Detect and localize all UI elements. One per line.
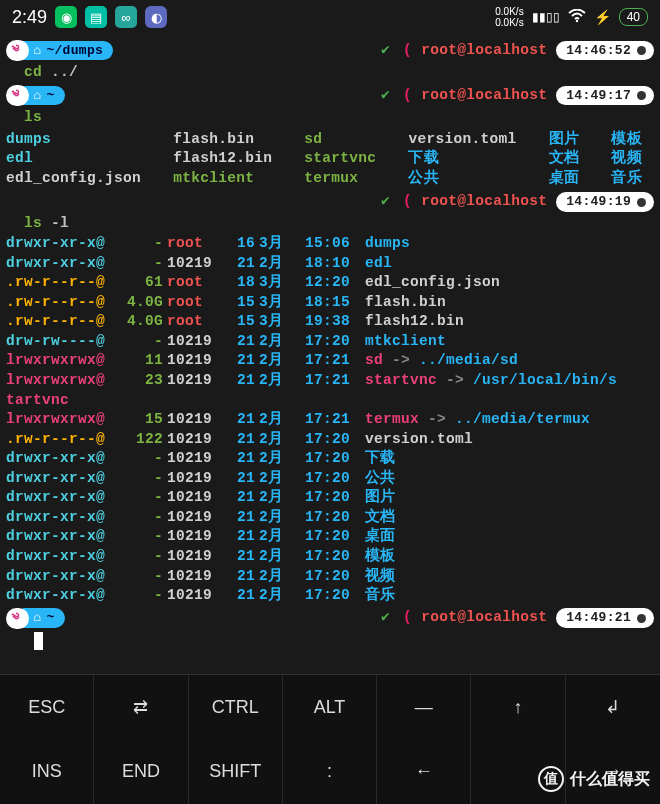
user-host: root@localhost <box>421 193 547 209</box>
ls-output: dumpsflash.binsdversion.toml图片模板 edlflas… <box>6 130 654 189</box>
key-ins[interactable]: INS <box>0 740 94 805</box>
time-pill: 14:46:52 <box>556 41 654 61</box>
list-row: drwxr-xr-x@-10219212月17:20桌面 <box>6 527 654 547</box>
list-row: .rw-r--r--@4.0Groot153月19:38flash12.bin <box>6 312 654 332</box>
clock: 2:49 <box>12 7 47 28</box>
prompt-path: ⌂~ <box>23 608 64 628</box>
user-host: root@localhost <box>421 87 547 103</box>
user-host: root@localhost <box>421 42 547 58</box>
status-bar: 2:49 ◉ ▤ ∞ ◐ 0.0K/s 0.0K/s ▮▮▯▯ ⚡ 40 <box>0 0 660 34</box>
prompt-pill: ༄ <box>6 608 29 629</box>
ls-l-output: drwxr-xr-x@-root163月15:06dumpsdrwxr-xr-x… <box>6 234 654 606</box>
time-pill: 14:49:17 <box>556 86 654 106</box>
key-colon[interactable]: : <box>283 740 377 805</box>
list-row: lrwxrwxrwx@1110219212月17:21sd -> ../medi… <box>6 351 654 371</box>
prompt-line: ✔ ( root@localhost 14:49:19 <box>6 192 654 212</box>
prompt-pill: ༄ <box>6 85 29 106</box>
check-icon: ✔ <box>381 42 390 58</box>
time-pill: 14:49:21 <box>556 608 654 628</box>
watermark: 值 什么值得买 <box>538 766 650 792</box>
key-tab[interactable]: ⇄ <box>94 675 188 740</box>
list-row: .rw-r--r--@4.0Groot153月18:15flash.bin <box>6 293 654 313</box>
watermark-text: 什么值得买 <box>570 769 650 790</box>
command-line: ls -l <box>6 214 654 234</box>
key-shift[interactable]: SHIFT <box>189 740 283 805</box>
battery-indicator: 40 <box>619 8 648 26</box>
key-left[interactable]: ← <box>377 740 471 805</box>
list-row: drwxr-xr-x@-10219212月17:20图片 <box>6 488 654 508</box>
check-icon: ✔ <box>381 193 390 209</box>
key-alt[interactable]: ALT <box>283 675 377 740</box>
list-row: drwxr-xr-x@-10219212月18:10edl <box>6 254 654 274</box>
prompt-path: ⌂~/dumps <box>23 41 113 61</box>
key-esc[interactable]: ESC <box>0 675 94 740</box>
key-enter[interactable]: ↲ <box>566 675 660 740</box>
list-row: .rw-r--r--@61root183月12:20edl_config.jso… <box>6 273 654 293</box>
message-icon: ▤ <box>85 6 107 28</box>
signal-icon: ▮▮▯▯ <box>532 10 560 24</box>
list-row: drwxr-xr-x@-10219212月17:20视频 <box>6 567 654 587</box>
network-speed: 0.0K/s 0.0K/s <box>495 6 523 28</box>
app-icon-2: ◐ <box>145 6 167 28</box>
key-ctrl[interactable]: CTRL <box>189 675 283 740</box>
key-up[interactable]: ↑ <box>471 675 565 740</box>
list-row: drw-rw----@-10219212月17:20mtkclient <box>6 332 654 352</box>
list-row: drwxr-xr-x@-10219212月17:20下载 <box>6 449 654 469</box>
list-row-wrap: tartvnc <box>6 391 654 411</box>
time-pill: 14:49:19 <box>556 192 654 212</box>
list-row: drwxr-xr-x@-10219212月17:20模板 <box>6 547 654 567</box>
wechat-icon: ◉ <box>55 6 77 28</box>
prompt-line: ༄ ⌂~/dumps ✔ ( root@localhost 14:46:52 <box>6 40 654 61</box>
list-row: .rw-r--r--@12210219212月17:20version.toml <box>6 430 654 450</box>
list-row: lrwxrwxrwx@2310219212月17:21startvnc -> /… <box>6 371 654 391</box>
svg-point-0 <box>575 19 577 21</box>
list-row: drwxr-xr-x@-10219212月17:20音乐 <box>6 586 654 606</box>
prompt-pill: ༄ <box>6 40 29 61</box>
key-dash[interactable]: — <box>377 675 471 740</box>
prompt-line: ༄ ⌂~ ✔ ( root@localhost 14:49:17 <box>6 85 654 106</box>
wifi-icon <box>568 9 586 26</box>
prompt-path: ⌂~ <box>23 86 64 106</box>
cursor <box>34 632 43 650</box>
check-icon: ✔ <box>381 87 390 103</box>
watermark-icon: 值 <box>538 766 564 792</box>
charging-icon: ⚡ <box>594 9 611 25</box>
list-row: drwxr-xr-x@-10219212月17:20文档 <box>6 508 654 528</box>
list-row: lrwxrwxrwx@1510219212月17:21termux -> ../… <box>6 410 654 430</box>
command-line: cd ../ <box>6 63 654 83</box>
terminal-output[interactable]: ༄ ⌂~/dumps ✔ ( root@localhost 14:46:52 c… <box>0 34 660 651</box>
prompt-line: ༄ ⌂~ ✔ ( root@localhost 14:49:21 <box>6 608 654 629</box>
list-row: drwxr-xr-x@-10219212月17:20公共 <box>6 469 654 489</box>
app-icon: ∞ <box>115 6 137 28</box>
key-end[interactable]: END <box>94 740 188 805</box>
check-icon: ✔ <box>381 609 390 625</box>
user-host: root@localhost <box>421 609 547 625</box>
command-line: ls <box>6 108 654 128</box>
list-row: drwxr-xr-x@-root163月15:06dumps <box>6 234 654 254</box>
